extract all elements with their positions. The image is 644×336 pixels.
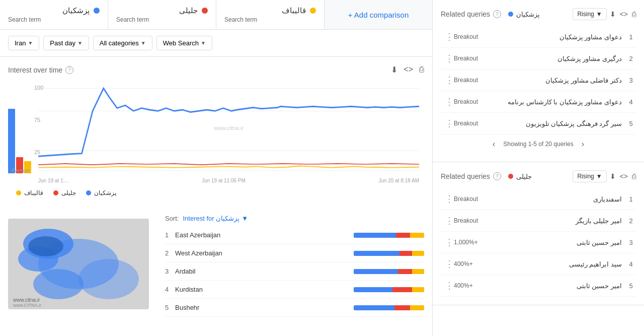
query-badge: Breakout [454, 33, 478, 40]
rp1-download-icon[interactable]: ⬇ [610, 10, 616, 18]
query-badge: +1,000% [454, 239, 478, 246]
rp1-code-icon[interactable]: <> [620, 10, 628, 18]
query-menu-icon[interactable]: ⋮ [445, 96, 454, 107]
term2-name: جلیلی [179, 6, 198, 15]
query-menu-icon[interactable]: ⋮ [445, 258, 454, 270]
rp2-header: Related queries ? جلیلی Rising ▼ ⬇ <> ⎙ [441, 170, 636, 182]
query-row: 4 دعوای مشاور پزشکیان با کارشناس برنامه … [441, 91, 636, 113]
category-arrow-icon: ▼ [141, 40, 146, 46]
term1-label: Search term [8, 16, 100, 23]
query-menu-icon[interactable]: ⋮ [445, 193, 454, 205]
query-text: سیر گرد فرهنگی پزشکیان تلویزیون [478, 120, 626, 127]
legend-item-1: پزشکیان [86, 189, 116, 196]
next-page-icon[interactable]: › [582, 140, 584, 149]
search-term-2: جلیلی Search term [108, 0, 216, 29]
query-menu-icon[interactable]: ⋮ [445, 237, 454, 248]
query-badge: Breakout [454, 77, 478, 84]
legend-dot-2 [53, 190, 58, 195]
region-name: East Azerbaijan [175, 231, 354, 239]
region-bar [354, 287, 424, 292]
location-arrow-icon: ▼ [28, 40, 33, 46]
rp1-title: Related queries [441, 10, 490, 18]
search-type-label: Web Search [163, 39, 199, 47]
query-menu-icon[interactable]: ⋮ [445, 215, 454, 226]
rp2-share-icon[interactable]: ⎙ [632, 172, 636, 180]
code-icon[interactable]: <> [404, 65, 413, 75]
category-filter[interactable]: All categories ▼ [93, 36, 152, 50]
svg-text:www.citna.ir: www.citna.ir [13, 297, 40, 303]
query-num: 3 [626, 239, 636, 246]
legend-item-3: قالیباف [16, 189, 43, 196]
region-num: 4 [165, 286, 175, 293]
region-num: 5 [165, 304, 175, 311]
bottom-section: www.citna.ir www.CITNA.ir Sort: Interest… [0, 211, 432, 317]
region-row: 2 West Azerbaijan [165, 244, 424, 262]
query-menu-icon[interactable]: ⋮ [445, 53, 454, 64]
location-filter[interactable]: Iran ▼ [8, 36, 39, 50]
rp2-filter[interactable]: Rising ▼ [573, 170, 606, 182]
chart-area: www.citna.ir [38, 83, 419, 173]
rp2-download-icon[interactable]: ⬇ [610, 172, 616, 180]
query-num: 3 [626, 77, 636, 84]
term2-dot [202, 8, 208, 14]
rp2-term-name: جلیلی [516, 173, 532, 180]
rp2-code-icon[interactable]: <> [620, 172, 628, 180]
query-num: 4 [626, 260, 636, 268]
share-icon[interactable]: ⎙ [419, 65, 424, 75]
region-num: 1 [165, 231, 175, 239]
download-icon[interactable]: ⬇ [391, 65, 397, 75]
region-bar-blue [354, 269, 398, 274]
period-filter[interactable]: Past day ▼ [43, 36, 89, 50]
term1-name: پزشکیان [62, 6, 90, 15]
query-menu-icon[interactable]: ⋮ [445, 118, 454, 129]
region-bar [354, 233, 424, 238]
region-bar-yellow [412, 269, 424, 274]
line-chart-container: Average 100 75 25 [8, 83, 424, 183]
region-bar-red [392, 287, 412, 292]
chart-legend: پزشکیان جلیلی قالیباف [8, 189, 424, 203]
rp2-filter-arrow-icon: ▼ [596, 173, 602, 180]
query-menu-icon[interactable]: ⋮ [445, 75, 454, 86]
query-menu-icon[interactable]: ⋮ [445, 31, 454, 42]
query-menu-icon[interactable]: ⋮ [445, 280, 454, 291]
query-row: 1 دعوای مشاور پزشکیان Breakout ⋮ [441, 26, 636, 48]
rp2-actions: ⬇ <> ⎙ [610, 172, 636, 180]
legend-text-3: قالیباف [24, 189, 43, 196]
average-bars: Average [8, 93, 33, 173]
term3-dot [310, 8, 316, 14]
query-badge: Breakout [454, 120, 478, 127]
region-bar [354, 305, 424, 310]
region-row: 5 Bushehr [165, 299, 424, 317]
query-num: 2 [626, 55, 636, 62]
search-terms-bar: پزشکیان Search term جلیلی Search term قا… [0, 0, 432, 30]
rp1-help-icon[interactable]: ? [493, 10, 501, 18]
interest-over-time-section: Interest over time ? ⬇ <> ⎙ Average 100 … [0, 57, 432, 211]
region-bar-yellow [410, 305, 424, 310]
add-comparison-button[interactable]: + Add comparison [325, 0, 432, 29]
query-row: 3 امیر حسین ثابتی +1,000% ⋮ [441, 232, 636, 253]
sort-select[interactable]: Interest for پزشکیان ▼ [183, 215, 248, 222]
legend-dot-3 [16, 190, 21, 195]
rp1-filter-arrow-icon: ▼ [596, 11, 602, 18]
search-type-filter[interactable]: Web Search ▼ [156, 36, 212, 50]
sort-value: Interest for پزشکیان [183, 215, 239, 222]
legend-text-1: پزشکیان [94, 189, 116, 196]
term3-name: قالیباف [282, 6, 306, 15]
prev-page-icon[interactable]: ‹ [493, 140, 495, 149]
region-num: 3 [165, 267, 175, 275]
x-label-0: Jun 19 at 1:... [38, 178, 69, 183]
region-name: Ardabil [175, 267, 354, 275]
legend-dot-1 [86, 190, 91, 195]
search-type-arrow-icon: ▼ [201, 40, 206, 46]
avg-bar-blue [8, 109, 15, 173]
rp2-help-icon[interactable]: ? [493, 172, 501, 180]
query-row: 4 سید ابراهیم رئیسی +400% ⋮ [441, 253, 636, 275]
svg-point-9 [33, 269, 84, 299]
rp1-filter[interactable]: Rising ▼ [573, 8, 606, 20]
query-text: سید ابراهیم رئیسی [473, 260, 626, 268]
query-row: 5 سیر گرد فرهنگی پزشکیان تلویزیون Breako… [441, 113, 636, 135]
add-comparison-label: + Add comparison [348, 11, 409, 19]
query-text: امیر حسین ثابتی [473, 282, 626, 290]
rp1-share-icon[interactable]: ⎙ [632, 10, 636, 18]
help-icon[interactable]: ? [65, 66, 73, 74]
